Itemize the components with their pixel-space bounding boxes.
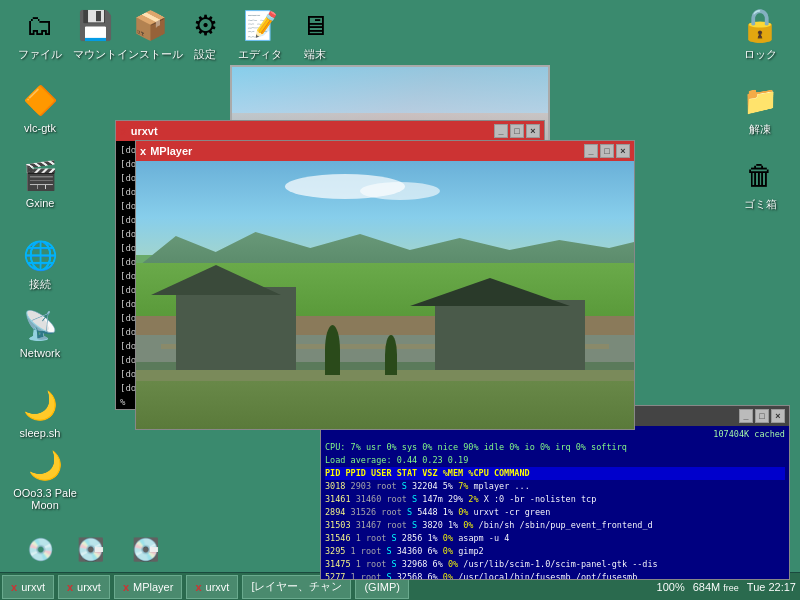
fd0-icon: 💿 xyxy=(20,530,60,570)
sda1-icon: 💽 xyxy=(70,530,110,570)
htop-row: 5277 1 root S 32568 6% 0% /usr/local/bin… xyxy=(325,571,785,579)
mplayer-titlebar[interactable]: x MPlayer _ □ × xyxy=(136,141,634,161)
mplayer-minimize[interactable]: _ xyxy=(584,144,598,158)
taskbar-mplayer-label: MPlayer xyxy=(133,581,173,593)
htop-window: _ □ × 107404K cached CPU: 7% usr 0% sys … xyxy=(320,405,790,580)
sda2-icon: 💽 xyxy=(125,530,165,570)
htop-row: 2894 31526 root S 5448 1% 0% urxvt -cr g… xyxy=(325,506,785,519)
mplayer-title-x: x xyxy=(140,145,146,157)
mplayer-close[interactable]: × xyxy=(616,144,630,158)
sidebar-item-trash[interactable]: 🗑 ゴミ箱 xyxy=(725,155,795,212)
taskbar-right: 100% 684M free Tue 22:17 xyxy=(657,581,800,593)
htop-load-line: Load average: 0.44 0.23 0.19 xyxy=(325,454,785,467)
mount-icon: 💾 xyxy=(75,5,115,45)
taskbar-gimp-prefix: (GIMP) xyxy=(364,581,399,593)
connect-icon: 🌐 xyxy=(20,235,60,275)
sidebar-item-sleep[interactable]: 🌙 sleep.sh xyxy=(5,385,75,439)
install-icon: 📦 xyxy=(130,5,170,45)
htop-controls[interactable]: _ □ × xyxy=(739,409,785,423)
mplayer-title: MPlayer xyxy=(150,145,584,157)
taskbar-mem-label: 684M xyxy=(693,581,721,593)
taskbar-urxvt-3[interactable]: x urxvt xyxy=(186,575,238,599)
sidebar-item-vlc[interactable]: 🔶 vlc-gtk xyxy=(5,80,75,134)
taskbar-urxvt-2-label: urxvt xyxy=(77,581,101,593)
urxvt-title: urxvt xyxy=(131,125,494,137)
htop-cpu-line: CPU: 7% usr 0% sys 0% nice 90% idle 0% i… xyxy=(325,441,785,454)
htop-row: 31475 1 root S 32968 6% 0% /usr/lib/scim… xyxy=(325,558,785,571)
mplayer-video xyxy=(136,161,634,429)
taskbar-urxvt-3-label: urxvt xyxy=(206,581,230,593)
taskbar-gimp-label: [レイヤー、チャン xyxy=(251,579,342,594)
gxine-icon: 🎬 xyxy=(20,155,60,195)
taskbar-x-icon2: x xyxy=(67,581,73,593)
terminal-icon: 🖥 xyxy=(295,5,335,45)
taskbar-mplayer[interactable]: x MPlayer xyxy=(114,575,182,599)
editor-icon: 📝 xyxy=(240,5,280,45)
palemoon-icon: 🌙 xyxy=(25,445,65,485)
htop-row: 3018 2903 root S 32204 5% 7% mplayer ... xyxy=(325,480,785,493)
htop-body[interactable]: 107404K cached CPU: 7% usr 0% sys 0% nic… xyxy=(321,426,789,579)
mplayer-window: x MPlayer _ □ × xyxy=(135,140,635,430)
urxvt-controls[interactable]: _ □ × xyxy=(494,124,540,138)
urxvt-maximize[interactable]: □ xyxy=(510,124,524,138)
htop-row: 31461 31460 root S 147m 29% 2% X :0 -br … xyxy=(325,493,785,506)
htop-maximize[interactable]: □ xyxy=(755,409,769,423)
taskbar-x-icon3: x xyxy=(123,581,129,593)
htop-row: 31546 1 root S 2856 1% 0% asapm -u 4 xyxy=(325,532,785,545)
thaw-icon: 📁 xyxy=(740,80,780,120)
sidebar-item-lock[interactable]: 🔒 ロック xyxy=(725,5,795,62)
sidebar-item-gxine[interactable]: 🎬 Gxine xyxy=(5,155,75,209)
taskbar-x-icon4: x xyxy=(195,581,201,593)
mplayer-maximize[interactable]: □ xyxy=(600,144,614,158)
file-manager-icon: 🗂 xyxy=(20,5,60,45)
taskbar-percent: 100% xyxy=(657,581,685,593)
desktop: 🗂 ファイル 💾 マウント 📦 インストール ⚙ 設定 📝 エディタ 🖥 端末 … xyxy=(0,0,800,600)
sidebar-item-thaw[interactable]: 📁 解凍 xyxy=(725,80,795,137)
taskbar-urxvt-2[interactable]: x urxvt xyxy=(58,575,110,599)
lock-icon: 🔒 xyxy=(740,5,780,45)
htop-row: 31503 31467 root S 3820 1% 0% /bin/sh /s… xyxy=(325,519,785,532)
taskbar-urxvt-1-label: urxvt xyxy=(21,581,45,593)
sidebar-item-terminal[interactable]: 🖥 端末 xyxy=(280,5,350,62)
mplayer-controls[interactable]: _ □ × xyxy=(584,144,630,158)
sleep-icon: 🌙 xyxy=(20,385,60,425)
taskbar-time: Tue 22:17 xyxy=(747,581,796,593)
vlc-icon: 🔶 xyxy=(20,80,60,120)
htop-close[interactable]: × xyxy=(771,409,785,423)
htop-row: 3295 1 root S 34360 6% 0% gimp2 xyxy=(325,545,785,558)
taskbar-x-icon: x xyxy=(11,581,17,593)
taskbar-mem: 684M free xyxy=(693,581,739,593)
sidebar-item-palemoon[interactable]: 🌙 OOo3.3 Pale Moon xyxy=(5,445,85,511)
trash-icon: 🗑 xyxy=(740,155,780,195)
urxvt-titlebar[interactable]: x urxvt _ □ × xyxy=(116,121,544,141)
taskbar-mem-sub: free xyxy=(723,583,739,593)
urxvt-close[interactable]: × xyxy=(526,124,540,138)
sidebar-item-connect[interactable]: 🌐 接続 xyxy=(5,235,75,292)
settings-icon: ⚙ xyxy=(185,5,225,45)
htop-minimize[interactable]: _ xyxy=(739,409,753,423)
taskbar-urxvt-1[interactable]: x urxvt xyxy=(2,575,54,599)
network-icon: 📡 xyxy=(20,305,60,345)
urxvt-minimize[interactable]: _ xyxy=(494,124,508,138)
sidebar-item-network[interactable]: 📡 Network xyxy=(5,305,75,359)
htop-header: PID PPID USER STAT VSZ %MEM %CPU COMMAND xyxy=(325,467,785,480)
urxvt-title-x: x xyxy=(120,124,127,138)
